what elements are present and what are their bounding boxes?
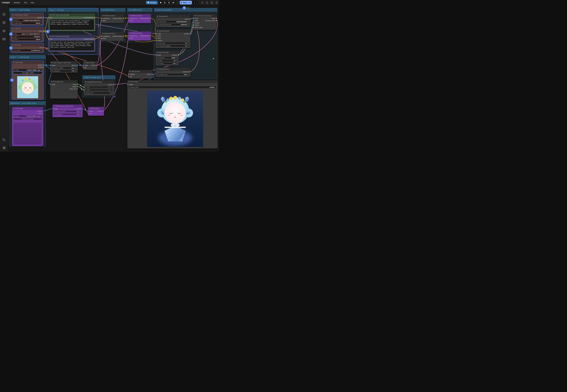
combo-left-arrow-icon[interactable]	[52, 68, 53, 69]
combo-left-arrow-icon[interactable]	[13, 23, 14, 24]
combo-left-arrow-icon[interactable]	[14, 116, 15, 117]
widget-batch-size[interactable]: batch_size1	[85, 92, 113, 94]
widget-upscale-method[interactable]: upscale_methodarea	[54, 110, 81, 113]
menu-workflow[interactable]: Workflow	[14, 2, 20, 3]
input-port-vae[interactable]	[88, 113, 89, 114]
library-icon[interactable]	[2, 21, 6, 25]
group-step1-title[interactable]: Step 1 - Load models	[9, 8, 46, 12]
history-icon[interactable]	[2, 13, 6, 17]
combo-left-arrow-icon[interactable]	[158, 63, 159, 64]
node-header[interactable]: VAE Decode	[128, 70, 153, 73]
node-header[interactable]: SamplerCustomAdvanced	[193, 14, 217, 17]
output-port-image[interactable]	[43, 65, 44, 66]
combo-left-arrow-icon[interactable]	[13, 39, 14, 40]
output-port-image[interactable]	[82, 108, 83, 109]
menu-help[interactable]: Help	[31, 2, 34, 3]
input-port-noise[interactable]	[193, 18, 194, 19]
collapse-dot-icon[interactable]	[84, 62, 85, 63]
widget-noise-seed[interactable]: noise_seed822957660815591	[157, 21, 189, 23]
widget-upscale-method[interactable]: upscale_methodarea	[51, 67, 76, 69]
output-port-image[interactable]	[77, 65, 78, 66]
input-port-latent[interactable]	[128, 37, 129, 39]
output-port-latent[interactable]	[113, 84, 114, 85]
input-port-image[interactable]	[52, 108, 53, 109]
combo-right-arrow-icon[interactable]	[176, 63, 177, 64]
collapse-dot-icon[interactable]	[12, 28, 13, 29]
input-port-image[interactable]	[50, 65, 51, 66]
combo-left-arrow-icon[interactable]	[158, 21, 159, 22]
input-port-pixels[interactable]	[83, 65, 84, 66]
output-port-image[interactable]	[42, 111, 44, 112]
output-port-model[interactable]	[43, 17, 44, 18]
combo-left-arrow-icon[interactable]	[158, 74, 159, 75]
combo-right-arrow-icon[interactable]	[188, 42, 188, 44]
output-port-width[interactable]	[77, 84, 78, 85]
output-port-conditioning[interactable]	[150, 18, 151, 19]
panel-toggle-icon[interactable]	[210, 0, 214, 5]
node-basic-scheduler[interactable]: BasicScheduler modelSIGMAS schedulersimp…	[156, 51, 179, 66]
node-header[interactable]: EmptySD3LatentImage	[84, 80, 114, 84]
group-output-title[interactable]: Output image size	[83, 75, 115, 79]
input-port-guider[interactable]	[193, 20, 194, 21]
widget-sampler-name[interactable]: sampler_nameeuler	[157, 73, 189, 76]
output-port-conditioning[interactable]	[94, 17, 95, 18]
node-reference-latent-1[interactable]: ReferenceLatent conditioningCONDITIONING…	[101, 14, 124, 23]
input-port-vae[interactable]	[128, 76, 129, 77]
share-icon[interactable]	[171, 1, 175, 4]
combo-right-arrow-icon[interactable]	[41, 23, 41, 24]
node-reference-latent-3-bypassed[interactable]: ReferenceLatent conditioningCONDITIONING…	[128, 14, 151, 23]
collapse-dot-icon[interactable]	[102, 15, 104, 16]
node-header[interactable]: KSamplerSelect	[156, 68, 190, 71]
widget-device[interactable]: devicedefault	[12, 38, 42, 41]
combo-left-arrow-icon[interactable]	[13, 36, 14, 37]
node-vae-encode[interactable]: VAE Encode pixelsLATENT vae	[83, 61, 97, 70]
node-random-noise[interactable]: RandomNoise NOISE noise_seed822957660815…	[156, 15, 191, 27]
input-port-latent[interactable]	[128, 20, 129, 21]
collapse-dot-icon[interactable]	[129, 15, 130, 16]
output-port-output[interactable]	[216, 18, 217, 19]
output-port-mask[interactable]	[43, 67, 44, 68]
output-port-image[interactable]	[152, 74, 153, 75]
combo-left-arrow-icon[interactable]	[158, 24, 159, 25]
theme-moon-icon[interactable]	[2, 138, 6, 142]
collapse-dot-icon[interactable]	[128, 81, 130, 82]
combo-right-arrow-icon[interactable]	[188, 74, 188, 75]
output-port-latent[interactable]	[96, 65, 98, 66]
combo-right-arrow-icon[interactable]	[41, 36, 41, 37]
node-header[interactable]: Scale Image to Total Pixels	[50, 61, 78, 64]
close-icon[interactable]	[200, 0, 204, 5]
input-port-conditioning[interactable]	[101, 36, 102, 37]
window-icon[interactable]	[205, 0, 209, 5]
node-vae-encode-2-bypassed[interactable]: VAE Encode pixelsLATENT vae	[88, 107, 104, 116]
input-port-pixels[interactable]	[88, 111, 89, 112]
settings-gear-icon[interactable]	[2, 146, 6, 150]
node-scale-image-2-bypassed[interactable]: Scale Image to Total Pixels imageIMAGE u…	[52, 104, 83, 117]
output-port-sigmas[interactable]	[178, 55, 179, 56]
combo-right-arrow-icon[interactable]	[111, 92, 112, 94]
combo-right-arrow-icon[interactable]	[176, 57, 177, 58]
widget-image-file[interactable]: imageComfyUI_256804_.png	[13, 69, 42, 71]
collapse-dot-icon[interactable]	[13, 62, 14, 63]
node-ksampler-select[interactable]: KSamplerSelect SAMPLER sampler_nameeuler	[156, 68, 191, 77]
output-port-guider[interactable]	[190, 33, 191, 34]
node-sampler-custom-advanced[interactable]: SamplerCustomAdvanced noiseoutput guider…	[193, 14, 217, 30]
combo-left-arrow-icon[interactable]	[158, 60, 159, 61]
prompt-textarea[interactable]: deformed, blurry, over saturation, bad a…	[50, 41, 94, 51]
prompt-textarea[interactable]: Transform character into crystal materia…	[50, 19, 94, 30]
node-header[interactable]: Load Image	[12, 61, 44, 64]
collapse-dot-icon[interactable]	[102, 33, 104, 34]
node-clip-text-encode-negative[interactable]: CLIP Text Encode (Prompt) clipCONDITIONI…	[48, 35, 95, 52]
collapse-dot-icon[interactable]	[157, 52, 158, 53]
output-port-conditioning[interactable]	[150, 35, 151, 36]
node-get-image-size[interactable]: Get Image Size imagewidth height batch_s…	[50, 80, 78, 99]
collapse-dot-icon[interactable]	[51, 62, 52, 63]
group-conditioning-1-title[interactable]: Comditioning 1	[100, 8, 125, 12]
input-port-conditioning[interactable]	[101, 18, 102, 19]
combo-right-arrow-icon[interactable]	[41, 50, 41, 51]
input-port-negative[interactable]	[155, 40, 157, 41]
widget-control-after-generate[interactable]: control after generaterandomize	[157, 23, 189, 26]
workflows-folder-icon[interactable]	[2, 37, 6, 41]
node-clip-text-encode-positive[interactable]: CLIP Text Encode (Prompt) clipCONDITIONI…	[48, 13, 95, 31]
input-port-cond2[interactable]	[155, 38, 157, 39]
input-port-clip[interactable]	[48, 17, 49, 18]
